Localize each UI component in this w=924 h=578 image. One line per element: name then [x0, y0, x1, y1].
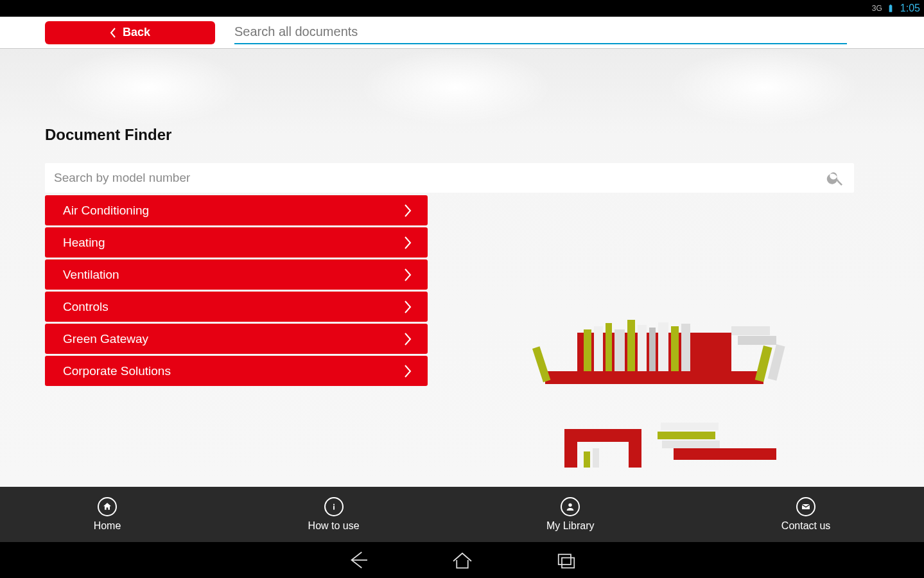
search-all-documents[interactable] — [234, 21, 847, 44]
category-label: Ventilation — [63, 268, 119, 282]
svg-point-26 — [569, 504, 572, 507]
category-controls[interactable]: Controls — [45, 292, 428, 322]
search-icon[interactable] — [826, 168, 845, 188]
decorative-shelf-graphic — [494, 294, 853, 487]
chevron-right-icon — [403, 300, 412, 314]
category-label: Corporate Solutions — [63, 364, 171, 378]
model-search-input[interactable] — [54, 171, 687, 185]
tab-bar: Home How to use My Library Contact us — [0, 487, 924, 542]
chevron-right-icon — [403, 268, 412, 282]
category-corporate-solutions[interactable]: Corporate Solutions — [45, 356, 428, 386]
svg-rect-3 — [674, 448, 776, 460]
tab-home[interactable]: Home — [94, 497, 121, 532]
tab-label: How to use — [308, 520, 360, 532]
svg-rect-11 — [658, 322, 668, 371]
category-heating[interactable]: Heating — [45, 227, 428, 258]
android-recent-icon[interactable] — [553, 547, 580, 574]
home-icon — [102, 502, 112, 512]
info-icon — [329, 502, 339, 512]
mail-icon — [801, 502, 811, 512]
tab-how-to-use[interactable]: How to use — [308, 497, 360, 532]
category-label: Heating — [63, 236, 105, 250]
category-label: Green Gateway — [63, 332, 148, 346]
clock: 1:05 — [900, 3, 920, 14]
svg-rect-28 — [558, 554, 570, 565]
svg-rect-14 — [532, 346, 550, 382]
svg-rect-15 — [731, 326, 770, 335]
svg-point-24 — [333, 504, 335, 505]
svg-rect-29 — [562, 558, 574, 568]
battery-icon — [886, 4, 895, 13]
chevron-left-icon — [110, 28, 116, 38]
category-label: Air Conditioning — [63, 204, 149, 218]
category-label: Controls — [63, 300, 109, 314]
android-status-bar: 3G 1:05 — [0, 0, 924, 17]
chevron-right-icon — [403, 332, 412, 346]
svg-rect-6 — [606, 323, 612, 371]
main-area: Document Finder Air Conditioning Heating… — [0, 49, 924, 487]
tab-label: Contact us — [781, 520, 830, 532]
svg-rect-20 — [658, 432, 715, 439]
tab-label: My Library — [546, 520, 595, 532]
chevron-right-icon — [403, 364, 412, 378]
svg-rect-13 — [681, 324, 690, 371]
android-nav-bar — [0, 542, 924, 578]
app-header: Back — [0, 17, 924, 49]
category-list: Air Conditioning Heating Ventilation Con… — [45, 195, 428, 386]
category-air-conditioning[interactable]: Air Conditioning — [45, 195, 428, 225]
svg-rect-19 — [661, 423, 719, 430]
svg-rect-5 — [594, 326, 603, 371]
android-home-icon[interactable] — [449, 547, 476, 574]
svg-rect-1 — [564, 429, 577, 468]
tab-label: Home — [94, 520, 121, 532]
category-ventilation[interactable]: Ventilation — [45, 259, 428, 290]
back-label: Back — [123, 26, 150, 39]
svg-rect-9 — [638, 325, 647, 371]
svg-rect-4 — [584, 329, 591, 371]
tab-my-library[interactable]: My Library — [546, 497, 595, 532]
search-input[interactable] — [234, 21, 847, 44]
svg-rect-22 — [584, 451, 590, 468]
android-back-icon[interactable] — [345, 547, 372, 574]
model-search[interactable] — [45, 163, 854, 193]
page-title: Document Finder — [45, 126, 449, 144]
svg-rect-10 — [649, 328, 656, 371]
svg-rect-2 — [629, 429, 641, 468]
svg-rect-25 — [333, 506, 335, 510]
chevron-right-icon — [403, 236, 412, 250]
network-indicator: 3G — [872, 4, 884, 13]
user-icon — [565, 502, 575, 512]
svg-rect-23 — [593, 448, 599, 468]
svg-rect-8 — [627, 320, 635, 371]
svg-rect-21 — [662, 441, 720, 448]
category-green-gateway[interactable]: Green Gateway — [45, 324, 428, 354]
tab-contact-us[interactable]: Contact us — [781, 497, 830, 532]
svg-rect-12 — [671, 326, 679, 371]
back-button[interactable]: Back — [45, 21, 215, 44]
svg-rect-7 — [615, 329, 625, 371]
chevron-right-icon — [403, 204, 412, 218]
svg-rect-16 — [738, 336, 776, 345]
